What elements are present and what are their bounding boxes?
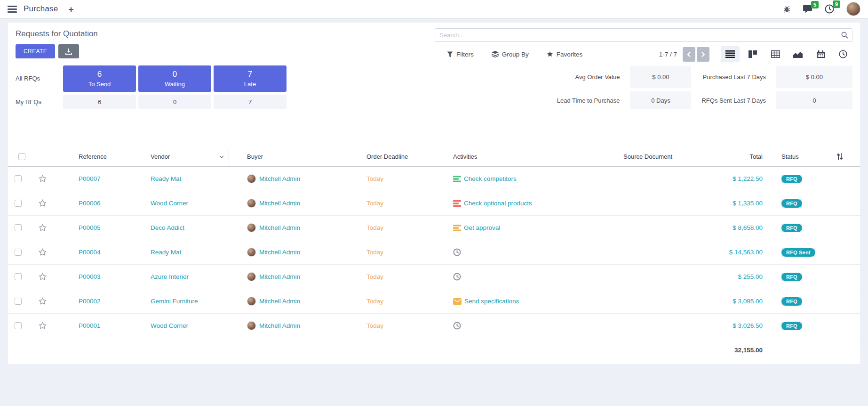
row-checkbox[interactable] (15, 273, 22, 280)
column-header-order-deadline[interactable]: Order Deadline (347, 153, 430, 160)
activity-cell[interactable]: Get approval (430, 224, 604, 231)
apps-menu-icon[interactable] (8, 6, 17, 13)
reference-link[interactable]: P00003 (55, 273, 133, 280)
optional-columns-icon[interactable] (836, 153, 843, 160)
envelope-icon[interactable] (453, 298, 462, 305)
column-header-vendor[interactable]: Vendor (133, 147, 229, 166)
favorite-star-icon[interactable] (28, 297, 55, 306)
kpi-to-send[interactable]: 6 To Send (63, 65, 136, 92)
buyer-cell[interactable]: Mitchell Admin (229, 223, 347, 232)
buyer-cell[interactable]: Mitchell Admin (229, 199, 347, 208)
order-deadline: Today (347, 224, 430, 231)
new-tab-icon[interactable]: + (68, 5, 73, 14)
vendor-link[interactable]: Ready Mat (133, 175, 229, 182)
table-row[interactable]: P00003 Azure Interior Mitchell Admin Tod… (8, 265, 860, 289)
view-switch-calendar[interactable] (811, 46, 830, 62)
column-header-buyer[interactable]: Buyer (229, 153, 347, 160)
row-checkbox[interactable] (15, 249, 22, 256)
activity-cell[interactable]: Check optional products (430, 200, 604, 207)
table-row[interactable]: P00005 Deco Addict Mitchell Admin Today … (8, 216, 860, 240)
reference-link[interactable]: P00007 (55, 175, 133, 182)
column-header-source-document[interactable]: Source Document (604, 153, 713, 160)
user-avatar[interactable] (846, 2, 860, 16)
filters-button[interactable]: Filters (447, 51, 474, 58)
export-button[interactable] (58, 44, 79, 58)
column-header-status[interactable]: Status (775, 153, 828, 160)
tasks-icon[interactable] (453, 176, 461, 182)
search-icon[interactable] (841, 32, 848, 39)
table-row[interactable]: P00002 Gemini Furniture Mitchell Admin T… (8, 289, 860, 314)
vendor-link[interactable]: Ready Mat (133, 249, 229, 256)
my-waiting-count[interactable]: 0 (138, 95, 211, 109)
reference-link[interactable]: P00002 (55, 298, 133, 305)
row-checkbox[interactable] (15, 200, 22, 207)
activities-clock-icon[interactable]: 9 (825, 4, 834, 14)
table-row[interactable]: P00001 Wood Corner Mitchell Admin Today … (8, 314, 860, 338)
favorite-star-icon[interactable] (28, 174, 55, 183)
reference-link[interactable]: P00004 (55, 249, 133, 256)
tasks-icon[interactable] (453, 225, 461, 231)
table-footer: 32,155.00 (8, 338, 860, 362)
activity-cell[interactable] (430, 248, 604, 256)
search-input[interactable] (435, 28, 852, 42)
kpi-waiting[interactable]: 0 Waiting (138, 65, 211, 92)
buyer-cell[interactable]: Mitchell Admin (229, 297, 347, 306)
pager-previous-button[interactable] (683, 47, 695, 62)
table-row[interactable]: P00004 Ready Mat Mitchell Admin Today $ … (8, 240, 860, 265)
messages-icon[interactable]: 5 (803, 5, 812, 13)
buyer-cell[interactable]: Mitchell Admin (229, 272, 347, 281)
all-rfqs-label[interactable]: All RFQs (16, 75, 61, 82)
table-row[interactable]: P00007 Ready Mat Mitchell Admin Today Ch… (8, 167, 860, 191)
row-checkbox[interactable] (15, 175, 22, 182)
tasks-icon[interactable] (453, 200, 461, 207)
view-switch-graph[interactable] (788, 46, 807, 62)
lead-time-label: Lead Time to Purchase (557, 97, 620, 104)
favorite-star-icon[interactable] (28, 272, 55, 281)
my-rfqs-label[interactable]: My RFQs (16, 98, 61, 106)
buyer-cell[interactable]: Mitchell Admin (229, 321, 347, 330)
column-header-activities[interactable]: Activities (430, 153, 604, 160)
vendor-link[interactable]: Azure Interior (133, 273, 229, 280)
favorite-star-icon[interactable] (28, 223, 55, 232)
view-switch-list[interactable] (721, 46, 740, 62)
reference-link[interactable]: P00005 (55, 224, 133, 231)
vendor-link[interactable]: Gemini Furniture (133, 298, 229, 305)
favorite-star-icon[interactable] (28, 321, 55, 330)
reference-link[interactable]: P00006 (55, 200, 133, 207)
pager-next-button[interactable] (697, 47, 709, 62)
activity-cell[interactable]: Check competitors (430, 175, 604, 182)
view-switch-kanban[interactable] (743, 46, 762, 62)
favorite-star-icon[interactable] (28, 248, 55, 257)
activity-cell[interactable]: Send specifications (430, 298, 604, 305)
buyer-cell[interactable]: Mitchell Admin (229, 248, 347, 257)
activity-clock-icon[interactable] (453, 273, 461, 281)
reference-link[interactable]: P00001 (55, 322, 133, 329)
activity-clock-icon[interactable] (453, 248, 461, 256)
column-header-reference[interactable]: Reference (55, 153, 133, 160)
row-checkbox[interactable] (15, 224, 22, 231)
debug-bug-icon[interactable] (783, 6, 790, 13)
activity-cell[interactable] (430, 322, 604, 330)
favorites-button[interactable]: Favorites (547, 51, 583, 58)
avg-order-value-label: Avg Order Value (557, 73, 620, 81)
app-title[interactable]: Purchase (24, 4, 58, 14)
row-checkbox[interactable] (15, 322, 22, 329)
vendor-link[interactable]: Wood Corner (133, 200, 229, 207)
view-switch-pivot[interactable] (766, 46, 785, 62)
create-button[interactable]: CREATE (16, 44, 55, 58)
view-switch-activity[interactable] (834, 46, 852, 62)
activity-clock-icon[interactable] (453, 322, 461, 330)
favorite-star-icon[interactable] (28, 199, 55, 208)
buyer-cell[interactable]: Mitchell Admin (229, 174, 347, 183)
row-checkbox[interactable] (15, 298, 22, 305)
vendor-link[interactable]: Wood Corner (133, 322, 229, 329)
activity-cell[interactable] (430, 273, 604, 281)
group-by-button[interactable]: Group By (492, 51, 529, 58)
table-row[interactable]: P00006 Wood Corner Mitchell Admin Today … (8, 191, 860, 216)
vendor-link[interactable]: Deco Addict (133, 224, 229, 231)
my-to-send-count[interactable]: 6 (63, 95, 136, 109)
column-header-total[interactable]: Total (713, 153, 775, 160)
kpi-late[interactable]: 7 Late (214, 65, 287, 92)
my-late-count[interactable]: 7 (214, 95, 287, 109)
select-all-checkbox[interactable] (18, 153, 25, 160)
